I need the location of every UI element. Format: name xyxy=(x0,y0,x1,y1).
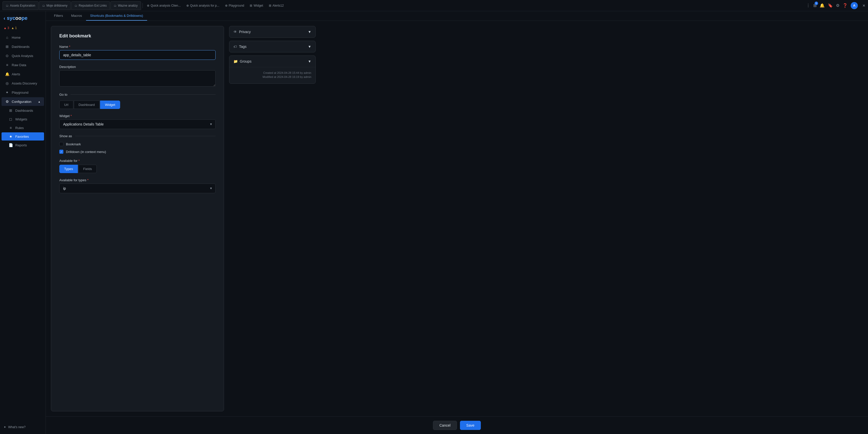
groups-section-header[interactable]: 📁 Groups ▼ xyxy=(229,56,315,67)
sidebar-sub-item-config-favorites[interactable]: ★ Favorites xyxy=(2,132,44,141)
goto-dashboard-button[interactable]: Dashboard xyxy=(74,100,100,109)
tab-quick-analysis-client[interactable]: ⊕ Quick analysis Clien... xyxy=(144,2,183,9)
widget-select-wrap: Applications Details Table ▼ xyxy=(59,119,216,129)
tab-moje-drilldowny[interactable]: 🗂 Moje drilldowny xyxy=(39,1,71,10)
widget-select[interactable]: Applications Details Table xyxy=(59,119,216,129)
name-required: * xyxy=(69,45,70,49)
more-tabs-button[interactable]: ⋮ xyxy=(806,3,810,8)
available-for-types-tab[interactable]: Types xyxy=(59,165,78,173)
topbar-actions: ⋮ ⊞ 5 🔔 🔖 ⚙ ❓ A ✕ xyxy=(805,2,865,9)
sidebar-sub-item-config-widgets[interactable]: ◻ Widgets xyxy=(2,115,44,123)
checkmark-icon: ✓ xyxy=(60,150,62,153)
tab-icon-moje-drilldowny: 🗂 xyxy=(42,4,45,7)
sidebar-item-dashboards[interactable]: ⊞ Dashboards xyxy=(2,42,44,51)
available-for-fields-tab[interactable]: Fields xyxy=(79,165,97,173)
sidebar: ‹ sycoope ▲ 3 ▲ 1 ⌂ Home ⊞ Dashboards ⊙ … xyxy=(0,11,46,434)
goto-divider: Go to xyxy=(59,93,216,96)
tab-bar: 🗂 Assets Exploration 🗂 Moje drilldowny 🗂… xyxy=(3,1,804,10)
form-area: Edit bookmark Name * Description Go t xyxy=(46,21,868,416)
tab-assets-exploration[interactable]: 🗂 Assets Exploration xyxy=(3,1,38,10)
sidebar-item-configuration[interactable]: ⚙ Configuration ▲ xyxy=(2,97,44,106)
tab-icon-reputation: 🗂 xyxy=(74,4,78,7)
edit-form: Edit bookmark Name * Description Go t xyxy=(51,26,224,411)
help-icon[interactable]: ❓ xyxy=(842,3,848,8)
alerts-icon: 🔔 xyxy=(5,72,9,76)
drilldown-checkbox[interactable]: ✓ xyxy=(59,150,63,154)
privacy-icon: 👁 xyxy=(234,30,237,34)
close-topbar-button[interactable]: ✕ xyxy=(862,4,865,8)
tab-alerts12[interactable]: ⊞ Alerts12 xyxy=(266,2,286,9)
sidebar-item-playground[interactable]: ✦ Playground xyxy=(2,88,44,97)
modified-text: Modified at 2024-04-28 16:19 by admin xyxy=(234,75,311,79)
goto-url-button[interactable]: Url xyxy=(59,100,73,109)
sidebar-item-quick-analysis[interactable]: ⊙ Quick Analysis xyxy=(2,52,44,60)
sub-nav-macros[interactable]: Macros xyxy=(67,11,86,21)
groups-chevron-icon: ▼ xyxy=(308,59,311,63)
config-reports-icon: 📄 xyxy=(9,143,13,147)
form-group-description: Description xyxy=(59,65,216,88)
panel-meta: Created at 2024-04-28 15:44 by admin Mod… xyxy=(229,67,315,84)
privacy-section: 👁 Privacy ▼ xyxy=(229,26,316,38)
bookmark-icon[interactable]: 🔖 xyxy=(828,3,833,8)
grid-icon[interactable]: ⊞ 5 xyxy=(813,3,816,8)
whats-new-button[interactable]: ✦ What's new? xyxy=(4,425,42,429)
available-for-label: Available for * xyxy=(59,159,216,163)
tab-icon-assets-exploration: 🗂 xyxy=(6,4,9,7)
goto-button-group: Url Dashboard Widget xyxy=(59,100,216,109)
form-group-available-for: Available for * Types Fields xyxy=(59,159,216,173)
cancel-button[interactable]: Cancel xyxy=(433,421,457,430)
notification-badge: 5 xyxy=(814,2,818,5)
tab-reputation-ext-links[interactable]: 🗂 Reputation Ext Links xyxy=(71,1,110,10)
sidebar-item-assets-discovery[interactable]: ◎ Assets Discovery xyxy=(2,79,44,88)
sub-nav-filters[interactable]: Filters xyxy=(50,11,67,21)
sub-nav-shortcuts[interactable]: Shortcuts (Bookmarks & Drilldowns) xyxy=(86,11,147,21)
tags-section: 🏷 Tags ▼ xyxy=(229,41,316,53)
quick-analysis-icon: ⊙ xyxy=(5,54,9,58)
tags-chevron-icon: ▼ xyxy=(308,44,311,49)
drilldown-checkbox-item[interactable]: ✓ Drilldown (in context menu) xyxy=(59,150,216,154)
bell-icon[interactable]: 🔔 xyxy=(819,3,825,8)
available-for-types-select-wrap: ip ▼ xyxy=(59,184,216,193)
logo: ‹ sycoope xyxy=(0,13,45,25)
raw-data-icon: ≡ xyxy=(5,63,9,67)
dashboards-icon: ⊞ xyxy=(5,44,9,49)
available-for-types-label: Available for types * xyxy=(59,178,216,182)
whats-new-icon: ✦ xyxy=(4,425,6,429)
created-text: Created at 2024-04-28 15:44 by admin xyxy=(234,71,311,74)
privacy-section-header[interactable]: 👁 Privacy ▼ xyxy=(229,26,315,37)
show-as-options: Bookmark ✓ Drilldown (in context menu) xyxy=(59,142,216,154)
sidebar-sub-item-config-rules[interactable]: ≡ Rules xyxy=(2,124,44,132)
user-avatar[interactable]: A xyxy=(851,2,858,9)
tab-quick-analysis-p[interactable]: ⊕ Quick analysis for p... xyxy=(184,2,222,9)
name-input[interactable] xyxy=(59,50,216,60)
config-chevron-icon: ▲ xyxy=(38,100,40,103)
available-for-types-select[interactable]: ip xyxy=(59,184,216,193)
tags-section-header[interactable]: 🏷 Tags ▼ xyxy=(229,41,315,52)
bookmark-checkbox-item[interactable]: Bookmark xyxy=(59,142,216,146)
sidebar-sub-item-config-reports[interactable]: 📄 Reports xyxy=(2,141,44,149)
tab-playground[interactable]: ⊕ Playground xyxy=(222,2,247,9)
gear-icon[interactable]: ⚙ xyxy=(836,3,839,8)
tab-widget[interactable]: ⊞ Widget xyxy=(247,2,266,9)
sidebar-item-home[interactable]: ⌂ Home xyxy=(2,33,44,42)
save-button[interactable]: Save xyxy=(460,421,481,430)
sidebar-item-alerts[interactable]: 🔔 Alerts xyxy=(2,70,44,79)
goto-widget-button[interactable]: Widget xyxy=(100,100,120,109)
assets-discovery-icon: ◎ xyxy=(5,81,9,85)
config-favorites-icon: ★ xyxy=(9,134,13,138)
form-group-widget: Widget * Applications Details Table ▼ xyxy=(59,114,216,129)
widget-required: * xyxy=(70,114,72,118)
form-group-available-for-types: Available for types * ip ▼ xyxy=(59,178,216,193)
tab-wazne-analizy[interactable]: 🗂 Wazne analizy xyxy=(111,1,141,10)
show-as-label: Show as xyxy=(59,134,72,138)
alert-yellow: ▲ 1 xyxy=(11,26,17,30)
available-for-types-required: * xyxy=(87,178,89,182)
sub-nav: Filters Macros Shortcuts (Bookmarks & Dr… xyxy=(46,11,868,21)
tags-icon: 🏷 xyxy=(234,44,237,49)
sidebar-sub-item-config-dashboards[interactable]: ⊞ Dashboards xyxy=(2,106,44,115)
bookmark-checkbox[interactable] xyxy=(59,142,63,146)
show-as-divider: Show as xyxy=(59,134,216,138)
sidebar-bottom: ✦ What's new? xyxy=(0,422,45,432)
sidebar-item-raw-data[interactable]: ≡ Raw Data xyxy=(2,61,44,69)
description-input[interactable] xyxy=(59,70,216,87)
